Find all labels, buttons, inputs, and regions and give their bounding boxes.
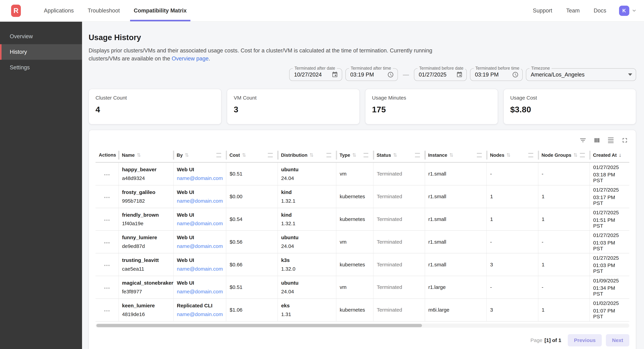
column-header-node-groups[interactable]: Node Groups⇅: [538, 148, 590, 162]
terminated-before-date-input[interactable]: Terminated before date 01/27/2025: [414, 68, 467, 81]
timezone-select[interactable]: Timezone America/Los_Angeles: [526, 68, 636, 81]
show-columns-icon[interactable]: [593, 137, 600, 144]
row-actions-button[interactable]: [103, 263, 111, 268]
row-actions-button[interactable]: [103, 241, 111, 245]
created-by-source: Web UI: [177, 280, 223, 286]
top-nav: R Applications Troubleshoot Compatibilit…: [0, 0, 644, 22]
stat-value: $3.80: [510, 105, 629, 114]
sort-icon[interactable]: ⇅: [137, 152, 141, 158]
distribution-cell: ubuntu 24.04: [278, 162, 336, 185]
column-header-created-at[interactable]: Created At↓: [590, 148, 629, 162]
next-page-button[interactable]: Next: [606, 334, 629, 347]
scrollbar-thumb[interactable]: [96, 324, 422, 327]
column-header-instance[interactable]: Instance⇅: [425, 148, 487, 162]
cluster-name: trusting_leavitt: [122, 257, 170, 263]
created-by-email-link[interactable]: name@domain.com: [177, 221, 223, 226]
distribution-version: 1.32.1: [281, 198, 333, 204]
column-resize-handle-icon[interactable]: [415, 153, 420, 157]
status-cell: Terminated: [373, 162, 425, 185]
overview-page-link[interactable]: Overview page: [172, 55, 209, 62]
column-resize-handle-icon[interactable]: [268, 153, 273, 157]
density-icon[interactable]: [607, 137, 614, 144]
main-content: Usage History Displays prior clusters/VM…: [82, 22, 644, 349]
replicated-logo[interactable]: R: [11, 4, 21, 17]
column-header-distribution[interactable]: Distribution⇅: [278, 148, 336, 162]
sort-icon[interactable]: ⇅: [242, 152, 246, 158]
clock-icon[interactable]: [512, 71, 518, 78]
column-resize-handle-icon[interactable]: [580, 153, 585, 157]
filter-icon[interactable]: [579, 137, 586, 144]
terminated-after-date-input[interactable]: Terminated after date 10/27/2024: [289, 68, 342, 81]
column-header-status[interactable]: Status⇅: [373, 148, 425, 162]
fullscreen-icon[interactable]: [621, 137, 628, 144]
column-header-cost[interactable]: Cost⇅: [226, 148, 278, 162]
created-by-email-link[interactable]: name@domain.com: [177, 266, 223, 272]
created-by-email-link[interactable]: name@domain.com: [177, 312, 223, 317]
sort-icon[interactable]: ⇅: [352, 152, 356, 158]
sort-icon[interactable]: ⇅: [393, 152, 397, 158]
created-time: 01:34 PM PST: [593, 285, 626, 297]
nav-item-compatibility-matrix[interactable]: Compatibility Matrix: [127, 0, 194, 21]
row-actions-button[interactable]: [103, 286, 111, 290]
created-by-email-link[interactable]: name@domain.com: [177, 175, 223, 181]
date-range-separator: —: [403, 71, 409, 78]
nodes-cell: 1: [486, 208, 538, 231]
instance-cell: r1.small: [425, 208, 487, 231]
column-resize-handle-icon[interactable]: [477, 153, 482, 157]
column-header-nodes[interactable]: Nodes⇅: [486, 148, 538, 162]
distribution-name: ubuntu: [281, 235, 333, 240]
column-header-type[interactable]: Type⇅: [336, 148, 373, 162]
calendar-icon[interactable]: [456, 71, 463, 78]
sidebar-item-history[interactable]: History: [0, 44, 82, 60]
sort-icon[interactable]: ⇅: [310, 152, 314, 158]
previous-page-button[interactable]: Previous: [568, 334, 602, 347]
sort-icon[interactable]: ⇅: [574, 152, 578, 158]
sort-icon[interactable]: ⇅: [449, 152, 454, 158]
horizontal-scrollbar[interactable]: [96, 324, 629, 328]
row-actions-button[interactable]: [103, 218, 111, 222]
nav-item-team[interactable]: Team: [559, 7, 587, 14]
nav-item-support[interactable]: Support: [526, 7, 559, 14]
column-header-name[interactable]: Name⇅: [118, 148, 174, 162]
column-label: Name: [122, 152, 135, 158]
column-label: Distribution: [281, 152, 308, 158]
column-resize-handle-icon[interactable]: [216, 153, 221, 157]
sort-desc-icon[interactable]: ↓: [619, 152, 622, 158]
created-at-cell: 01/27/2025 03:18 PM PST: [590, 162, 629, 185]
nav-item-docs[interactable]: Docs: [587, 7, 613, 14]
column-resize-handle-icon[interactable]: [364, 153, 368, 157]
created-by-source: Web UI: [177, 167, 223, 172]
row-actions-button[interactable]: [103, 195, 111, 200]
created-by-email-link[interactable]: name@domain.com: [177, 289, 223, 295]
type-cell: kubernetes: [336, 185, 373, 208]
chevron-down-icon[interactable]: [632, 8, 637, 13]
page-description: Displays prior clusters/VMs and their as…: [88, 47, 636, 63]
created-time: 03:17 PM PST: [593, 194, 626, 206]
sidebar-item-overview[interactable]: Overview: [0, 29, 82, 44]
status-cell: Terminated: [373, 208, 425, 231]
created-by-email-link[interactable]: name@domain.com: [177, 198, 223, 204]
column-resize-handle-icon[interactable]: [528, 153, 533, 157]
stat-card-cluster-count: Cluster Count 4: [88, 89, 222, 124]
cost-cell: $0.51: [226, 162, 278, 185]
row-actions-button[interactable]: [103, 172, 111, 177]
created-date: 01/27/2025: [593, 210, 626, 216]
clock-icon[interactable]: [387, 71, 394, 78]
column-label: Nodes: [490, 152, 504, 158]
nav-item-troubleshoot[interactable]: Troubleshoot: [81, 0, 127, 21]
column-header-by[interactable]: By⇅: [174, 148, 226, 162]
nav-item-applications[interactable]: Applications: [37, 0, 81, 21]
calendar-icon[interactable]: [332, 71, 338, 78]
sort-icon[interactable]: ⇅: [185, 152, 189, 158]
avatar[interactable]: K: [619, 6, 629, 16]
created-by-email-link[interactable]: name@domain.com: [177, 243, 223, 249]
sidebar-item-settings[interactable]: Settings: [0, 60, 82, 75]
cluster-id: de9ed87d: [122, 243, 170, 249]
row-actions-button[interactable]: [103, 309, 111, 313]
sort-icon[interactable]: ⇅: [506, 152, 510, 158]
terminated-before-time-input[interactable]: Terminated before time 03:19 PM: [470, 68, 522, 81]
terminated-after-time-input[interactable]: Terminated after time 03:19 PM: [346, 68, 398, 81]
cost-cell: $0.00: [226, 185, 278, 208]
created-by-source: Web UI: [177, 257, 223, 263]
column-resize-handle-icon[interactable]: [326, 153, 332, 157]
